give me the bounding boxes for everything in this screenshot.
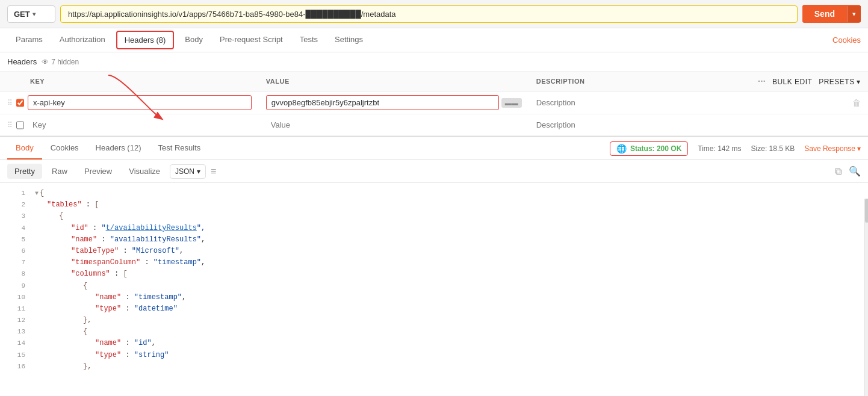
row2-value-input[interactable]: [266, 118, 522, 132]
fold-icon[interactable]: ▼: [35, 189, 39, 199]
search-icon[interactable]: 🔍: [849, 166, 861, 177]
col-actions: ··· Bulk Edit Presets ▾: [751, 72, 868, 91]
resp-tab-cookies[interactable]: Cookies: [42, 137, 87, 159]
table-header-row: KEY VALUE DESCRIPTION ··· Bulk Edit Pres…: [0, 72, 868, 91]
view-tab-preview[interactable]: Preview: [77, 164, 119, 179]
url-bar: GET ▾ Send ▾: [0, 0, 868, 28]
table-row: ⠿ ▬▬ 🗑: [0, 91, 868, 114]
resp-tab-headers[interactable]: Headers (12): [87, 137, 150, 159]
format-select[interactable]: JSON ▾: [170, 164, 206, 179]
col-key: KEY: [0, 72, 259, 91]
method-label: GET: [14, 10, 30, 19]
drag-handle-icon[interactable]: ⠿: [7, 99, 13, 107]
json-line: 14 "name" : "id",: [0, 338, 868, 349]
save-response-button[interactable]: Save Response ▾: [804, 144, 861, 153]
row2-checkbox[interactable]: [16, 121, 24, 129]
view-tab-raw[interactable]: Raw: [45, 164, 75, 179]
json-line: 3 {: [0, 211, 868, 222]
size-info: Size: 18.5 KB: [751, 144, 795, 153]
row1-value-input[interactable]: [266, 95, 499, 110]
row2-value-cell: [259, 114, 529, 136]
tab-params[interactable]: Params: [7, 29, 51, 51]
headers-title: Headers: [7, 57, 37, 66]
response-tabs: Body Cookies Headers (12) Test Results 🌐…: [0, 136, 868, 160]
hidden-count: 7 hidden: [51, 58, 79, 66]
row2-key-cell: ⠿: [0, 114, 259, 136]
cookies-link[interactable]: Cookies: [832, 36, 861, 45]
tab-authorization[interactable]: Authorization: [51, 29, 114, 51]
json-line: 2 "tables" : [: [0, 199, 868, 211]
row1-checkbox[interactable]: [16, 99, 24, 107]
method-select[interactable]: GET ▾: [7, 5, 55, 23]
json-line: 1 ▼ {: [0, 188, 868, 199]
json-line: 9 {: [0, 280, 868, 292]
row1-key-input[interactable]: [28, 95, 252, 110]
json-line: 10 "name" : "timestamp",: [0, 292, 868, 303]
presets-button[interactable]: Presets ▾: [819, 78, 861, 86]
json-line: 5 "name" : "availabilityResults",: [0, 234, 868, 246]
tab-body[interactable]: Body: [176, 29, 211, 51]
drag-handle-icon[interactable]: ⠿: [7, 121, 13, 129]
row1-controls: ⠿: [7, 95, 252, 110]
eye-icon: 👁: [42, 58, 49, 66]
row2-desc-input[interactable]: [536, 120, 743, 129]
json-line: 15 "type" : "string": [0, 350, 868, 361]
delete-row1-icon[interactable]: 🗑: [852, 98, 861, 108]
more-options-icon[interactable]: ···: [758, 76, 766, 86]
json-line: 12 },: [0, 315, 868, 326]
table-row: ⠿: [0, 114, 868, 136]
tab-settings[interactable]: Settings: [326, 29, 371, 51]
headers-table: KEY VALUE DESCRIPTION ··· Bulk Edit Pres…: [0, 72, 868, 136]
copy-icon[interactable]: ⧉: [835, 166, 842, 177]
send-button-group: Send ▾: [802, 5, 861, 23]
row1-desc-cell: [529, 91, 751, 114]
response-view-tabs: Pretty Raw Preview Visualize JSON ▾ ≡ ⧉ …: [0, 160, 868, 183]
tab-tests[interactable]: Tests: [291, 29, 326, 51]
view-tab-visualize[interactable]: Visualize: [122, 164, 167, 179]
json-line: 13 {: [0, 326, 868, 338]
hidden-badge: 👁 7 hidden: [42, 58, 79, 66]
status-badge: 🌐 Status: 200 OK: [610, 141, 688, 156]
tab-prerequest[interactable]: Pre-request Script: [211, 29, 291, 51]
json-line: 4 "id" : "t/availabilityResults",: [0, 223, 868, 234]
headers-top: Headers 👁 7 hidden: [0, 52, 868, 72]
format-chevron-icon: ▾: [197, 167, 200, 176]
time-info: Time: 142 ms: [698, 144, 741, 153]
col-value: VALUE: [259, 72, 529, 91]
send-dropdown-button[interactable]: ▾: [847, 6, 861, 22]
row1-key-cell: ⠿: [0, 91, 259, 114]
row2-actions-cell: [751, 114, 868, 136]
request-tabs: Params Authorization Headers (8) Body Pr…: [0, 28, 868, 52]
row1-value-container: ▬▬: [266, 95, 522, 110]
format-label: JSON: [175, 167, 194, 176]
json-line: 8 "columns" : [: [0, 268, 868, 280]
row1-desc-input[interactable]: [536, 98, 743, 107]
resp-tab-body[interactable]: Body: [7, 137, 42, 159]
json-line: 11 "type" : "datetime": [0, 303, 868, 315]
row1-actions-cell: 🗑: [751, 91, 868, 114]
mask-indicator: ▬▬: [501, 98, 522, 108]
presets-chevron-icon: ▾: [857, 78, 861, 86]
scrollbar-thumb[interactable]: [865, 199, 868, 223]
headers-section: Headers 👁 7 hidden KEY VALUE DESCRIPTION…: [0, 52, 868, 136]
bulk-edit-button[interactable]: Bulk Edit: [772, 78, 813, 86]
scrollbar-track[interactable]: [864, 199, 868, 376]
json-line: 6 "tableType" : "Microsoft",: [0, 246, 868, 257]
col-description: DESCRIPTION: [529, 72, 751, 91]
globe-icon: 🌐: [616, 144, 627, 153]
status-text: Status: 200 OK: [630, 144, 681, 153]
row2-key-input[interactable]: [28, 118, 252, 132]
send-button[interactable]: Send: [802, 5, 847, 23]
response-status-area: 🌐 Status: 200 OK Time: 142 ms Size: 18.5…: [610, 141, 861, 156]
method-chevron-icon: ▾: [33, 11, 36, 17]
json-line: 7 "timespanColumn" : "timestamp",: [0, 257, 868, 268]
save-response-chevron-icon: ▾: [857, 144, 861, 153]
tab-headers[interactable]: Headers (8): [116, 31, 175, 49]
view-tab-pretty[interactable]: Pretty: [7, 164, 42, 179]
json-body[interactable]: 1 ▼ { 2 "tables" : [ 3 { 4 "id" : "t/ava…: [0, 183, 868, 376]
row1-value-cell: ▬▬: [259, 91, 529, 114]
row2-controls: ⠿: [7, 118, 252, 132]
url-input[interactable]: [60, 5, 798, 23]
resp-tab-test-results[interactable]: Test Results: [149, 137, 209, 159]
filter-icon[interactable]: ≡: [211, 166, 216, 177]
